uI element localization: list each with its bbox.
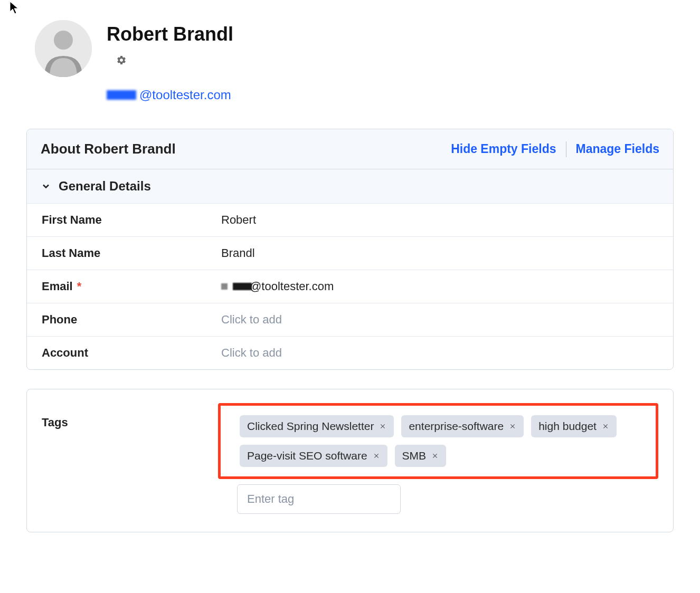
contact-email-link[interactable]: @tooltester.com [139, 88, 231, 102]
gear-icon[interactable] [116, 55, 127, 68]
tags-content: Clicked Spring Newsletter enterprise-sof… [221, 403, 658, 514]
field-value-last-name[interactable]: Brandl [221, 246, 255, 260]
manage-fields-link[interactable]: Manage Fields [576, 142, 659, 156]
field-label-last-name: Last Name [42, 246, 221, 260]
field-label-account: Account [42, 346, 221, 360]
tag-label: high budget [538, 420, 597, 433]
hide-empty-fields-link[interactable]: Hide Empty Fields [451, 142, 556, 156]
cursor-icon [10, 1, 20, 15]
required-marker: * [77, 280, 82, 293]
tag-item: enterprise-software [401, 415, 524, 437]
contact-email-row: @tooltester.com [107, 88, 674, 102]
tag-item: Page-visit SEO software [240, 445, 387, 467]
about-card-header: About Robert Brandl Hide Empty Fields Ma… [27, 129, 673, 169]
field-last-name: Last Name Brandl [27, 237, 673, 270]
email-redact-2 [233, 283, 252, 290]
tag-label: Clicked Spring Newsletter [247, 420, 374, 433]
tags-card: Tags Clicked Spring Newsletter enterpris… [26, 389, 674, 532]
svg-point-1 [54, 31, 73, 50]
field-value-account[interactable]: Click to add [221, 346, 282, 360]
close-icon[interactable] [509, 423, 516, 430]
tag-item: Clicked Spring Newsletter [240, 415, 394, 437]
close-icon[interactable] [602, 423, 609, 430]
email-redact-1 [221, 283, 228, 290]
close-icon[interactable] [431, 452, 439, 460]
actions-divider [566, 141, 566, 157]
about-title: About Robert Brandl [41, 141, 176, 157]
about-actions: Hide Empty Fields Manage Fields [451, 141, 659, 157]
about-card: About Robert Brandl Hide Empty Fields Ma… [26, 129, 674, 370]
general-details-toggle[interactable]: General Details [27, 169, 673, 204]
field-value-phone[interactable]: Click to add [221, 313, 282, 327]
tag-item: SMB [395, 445, 447, 467]
tags-highlight-box: Clicked Spring Newsletter enterprise-sof… [218, 403, 658, 479]
field-value-email[interactable]: @tooltester.com [221, 280, 334, 293]
contact-header: Robert Brandl @tooltester.com [26, 21, 674, 102]
field-account: Account Click to add [27, 337, 673, 369]
field-label-email: Email * [42, 280, 221, 293]
tag-label: SMB [402, 449, 427, 462]
avatar [35, 20, 92, 77]
field-label-first-name: First Name [42, 213, 221, 227]
email-redacted-prefix [107, 90, 136, 100]
field-email: Email * @tooltester.com [27, 270, 673, 303]
tag-item: high budget [531, 415, 617, 437]
section-title: General Details [59, 179, 151, 194]
tag-label: Page-visit SEO software [247, 449, 367, 462]
contact-name: Robert Brandl [107, 23, 674, 45]
tag-label: enterprise-software [409, 420, 504, 433]
field-first-name: First Name Robert [27, 204, 673, 237]
chevron-down-icon [41, 181, 51, 192]
tags-label: Tags [42, 403, 221, 429]
field-label-phone: Phone [42, 313, 221, 327]
field-value-first-name[interactable]: Robert [221, 213, 256, 227]
tag-input[interactable] [237, 484, 401, 514]
field-phone: Phone Click to add [27, 303, 673, 337]
close-icon[interactable] [373, 452, 380, 460]
contact-header-info: Robert Brandl @tooltester.com [107, 21, 674, 102]
close-icon[interactable] [379, 423, 386, 430]
